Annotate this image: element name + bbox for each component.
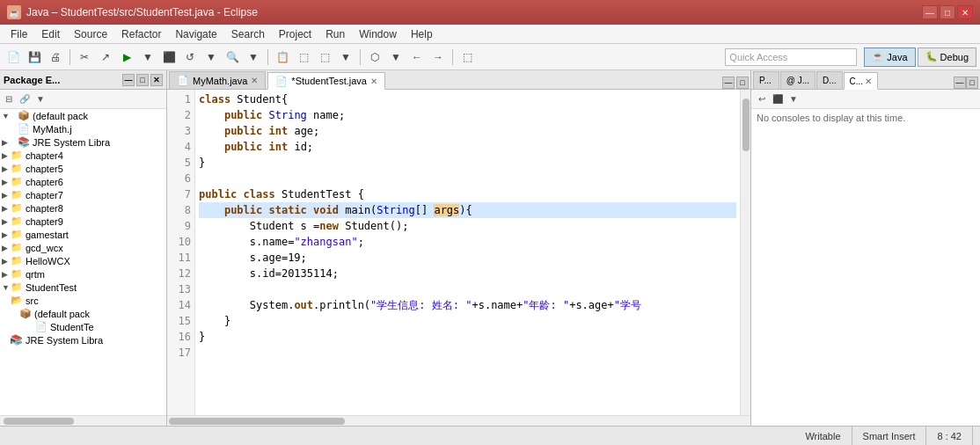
tree-item-gamestart[interactable]: ▶📁gamestart <box>0 228 166 241</box>
code-editor[interactable]: class Student{ public String name; publi… <box>195 90 740 415</box>
console-maximize-button[interactable]: □ <box>966 77 978 89</box>
editor-horizontal-scrollbar[interactable] <box>167 415 750 426</box>
tree-item-src[interactable]: ▼📂src <box>0 294 166 307</box>
run-button[interactable]: ▶ <box>117 47 136 67</box>
tab-problems[interactable]: P... <box>753 71 779 89</box>
tab-declaration-label: D... <box>823 76 837 85</box>
tab-studenttest[interactable]: 📄 *StudentTest.java ✕ <box>267 72 385 90</box>
tree-item-default-pack2[interactable]: ▼📦(default pack <box>0 307 166 320</box>
editor-maximize-button[interactable]: □ <box>736 77 749 89</box>
link-with-editor-button[interactable]: 🔗 <box>18 92 32 106</box>
code-line-14: System.out.println("学生信息: 姓名: "+s.name+"… <box>199 297 736 313</box>
code-line-5: } <box>199 155 736 171</box>
tree-item-chapter5[interactable]: ▶📁chapter5 <box>0 162 166 175</box>
tree-item-studenttest[interactable]: ▼📁StudentTest <box>0 281 166 294</box>
tree-item-chapter8[interactable]: ▶📁chapter8 <box>0 201 166 215</box>
save-button[interactable]: 💾 <box>25 47 44 67</box>
toolbar-btn-5[interactable]: ↺ <box>180 47 200 67</box>
window-title: Java – StudentTest/src/StudentTest.java … <box>26 6 258 18</box>
tab-declaration[interactable]: D... <box>816 71 843 89</box>
editor-minimize-button[interactable]: — <box>722 77 735 89</box>
print-button[interactable]: 🖨 <box>46 47 65 67</box>
code-line-7: public class StudentTest { <box>199 186 736 202</box>
tree-item-gcd[interactable]: ▶📁gcd_wcx <box>0 241 166 254</box>
tab-mymath-close[interactable]: ✕ <box>251 76 258 85</box>
editor-vertical-scrollbar[interactable] <box>740 90 750 415</box>
tab-console[interactable]: C... ✕ <box>844 72 879 90</box>
tab-mymath[interactable]: 📄 MyMath.java ✕ <box>169 71 266 89</box>
console-clear-button[interactable]: ↩ <box>755 92 769 106</box>
close-panel-button[interactable]: ✕ <box>150 74 163 86</box>
menu-help[interactable]: Help <box>404 26 440 42</box>
debug-perspective-button[interactable]: 🐛 Debug <box>918 47 976 67</box>
console-stop-button[interactable]: ⬛ <box>771 92 785 106</box>
tree-item-chapter7[interactable]: ▶📁chapter7 <box>0 188 166 201</box>
menu-edit[interactable]: Edit <box>34 26 67 42</box>
maximize-button[interactable]: □ <box>940 5 955 19</box>
toolbar-btn-15[interactable]: ← <box>407 47 427 67</box>
toolbar-btn-9[interactable]: 📋 <box>273 47 292 67</box>
tree-item-jre2[interactable]: ▶📚JRE System Libra <box>0 333 166 347</box>
toolbar-btn-7[interactable]: 🔍 <box>223 47 242 67</box>
status-writable[interactable]: Writable <box>794 427 852 445</box>
console-output: No consoles to display at this time. <box>751 109 980 426</box>
tree-item-chapter6[interactable]: ▶📁chapter6 <box>0 175 166 188</box>
toolbar-btn-8[interactable]: ▼ <box>244 47 263 67</box>
java-perspective-button[interactable]: ☕ Java <box>864 47 915 67</box>
editor-content: 12345 678910 1112131415 1617 class Stude… <box>167 90 750 415</box>
toolbar-btn-12[interactable]: ▼ <box>336 47 355 67</box>
console-minimize-button[interactable]: — <box>954 77 966 89</box>
minimize-panel-button[interactable]: — <box>122 74 135 86</box>
menu-run[interactable]: Run <box>318 26 352 42</box>
maximize-panel-button[interactable]: □ <box>136 74 149 86</box>
close-button[interactable]: ✕ <box>957 5 973 19</box>
h-scrollbar[interactable] <box>0 415 166 426</box>
tree-item-chapter4[interactable]: ▶📁chapter4 <box>0 149 166 162</box>
collapse-all-button[interactable]: ⊟ <box>2 92 16 106</box>
package-explorer: Package E... — □ ✕ ⊟ 🔗 ▼ ▼📦(default pack… <box>0 70 167 426</box>
tab-javadoc[interactable]: @ J... <box>780 71 815 89</box>
tree-menu-button[interactable]: ▼ <box>33 92 48 106</box>
package-tree: ▼📦(default pack 📄MyMath.j ▶📚JRE System L… <box>0 109 166 415</box>
tree-item-default-pack[interactable]: ▼📦(default pack <box>0 109 166 122</box>
perspective-buttons: ☕ Java 🐛 Debug <box>864 47 976 67</box>
tree-item-studentte[interactable]: 📄StudentTe <box>0 320 166 333</box>
menu-search[interactable]: Search <box>224 26 272 42</box>
tree-item-mymath[interactable]: 📄MyMath.j <box>0 122 166 135</box>
status-position: 8 : 42 <box>926 427 973 445</box>
new-button[interactable]: 📄 <box>4 47 23 67</box>
tab-console-close[interactable]: ✕ <box>865 77 872 86</box>
toolbar-btn-14[interactable]: ▼ <box>386 47 406 67</box>
tree-item-chapter9[interactable]: ▶📁chapter9 <box>0 215 166 228</box>
toolbar-btn-2[interactable]: ↗ <box>96 47 115 67</box>
code-line-15: } <box>199 313 736 329</box>
toolbar-btn-4[interactable]: ⬛ <box>159 47 179 67</box>
toolbar-btn-17[interactable]: ⬚ <box>457 47 477 67</box>
tree-item-hellowcx[interactable]: ▶📁HelloWCX <box>0 254 166 267</box>
toolbar-sep-4 <box>452 49 453 65</box>
quick-access-box[interactable]: Quick Access <box>725 48 857 66</box>
toolbar-btn-11[interactable]: ⬚ <box>315 47 334 67</box>
menu-project[interactable]: Project <box>272 26 318 42</box>
tree-item-qrtm[interactable]: ▶📁qrtm <box>0 267 166 281</box>
status-insert-mode[interactable]: Smart Insert <box>852 427 927 445</box>
toolbar-btn-1[interactable]: ✂ <box>75 47 94 67</box>
tree-item-jre1[interactable]: ▶📚JRE System Libra <box>0 135 166 149</box>
scrollbar-thumb <box>742 98 750 151</box>
menu-navigate[interactable]: Navigate <box>168 26 223 42</box>
menu-source[interactable]: Source <box>67 26 114 42</box>
console-area: P... @ J... D... C... ✕ — □ ↩ ⬛ ▼ No <box>751 70 980 426</box>
toolbar-btn-16[interactable]: → <box>428 47 448 67</box>
tab-studenttest-close[interactable]: ✕ <box>370 77 377 86</box>
minimize-button[interactable]: — <box>922 5 938 19</box>
console-tab-controls: — □ <box>954 77 978 89</box>
console-menu-button[interactable]: ▼ <box>786 92 801 106</box>
toolbar-btn-13[interactable]: ⬡ <box>365 47 384 67</box>
toolbar-btn-6[interactable]: ▼ <box>201 47 221 67</box>
code-line-11: s.age=19; <box>199 250 736 266</box>
toolbar-btn-10[interactable]: ⬚ <box>294 47 313 67</box>
toolbar-btn-3[interactable]: ▼ <box>138 47 157 67</box>
menu-file[interactable]: File <box>4 26 34 42</box>
menu-refactor[interactable]: Refactor <box>114 26 168 42</box>
menu-window[interactable]: Window <box>352 26 404 42</box>
